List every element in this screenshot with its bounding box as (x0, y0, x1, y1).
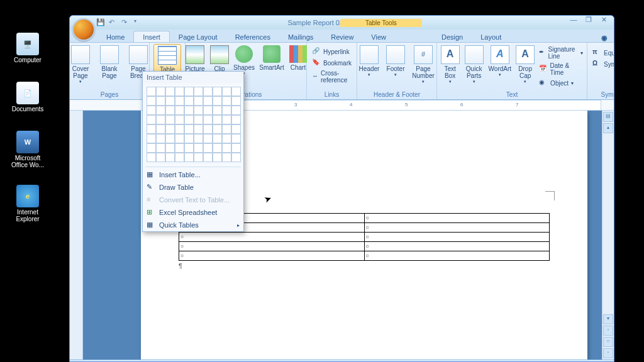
table-grid-cell[interactable] (175, 153, 184, 162)
date-time-button[interactable]: 📅Date & Time (538, 62, 584, 77)
table-grid-cell[interactable] (184, 106, 194, 115)
table-grid-cell[interactable] (222, 96, 231, 106)
table-grid-cell[interactable] (156, 87, 165, 96)
tab-layout[interactable]: Layout (472, 31, 510, 42)
tab-review[interactable]: Review (322, 31, 362, 42)
vertical-ruler[interactable] (70, 111, 83, 359)
tab-references[interactable]: References (226, 31, 279, 42)
table-size-grid[interactable] (143, 83, 243, 165)
table-grid-cell[interactable] (194, 153, 203, 162)
object-button[interactable]: ◉Object▾ (538, 78, 584, 88)
table-grid-cell[interactable] (203, 143, 213, 153)
tab-insert[interactable]: Insert (133, 31, 170, 42)
close-button[interactable]: ✕ (596, 16, 611, 26)
undo-icon[interactable]: ↶ (109, 18, 118, 27)
table-grid-cell[interactable] (194, 143, 203, 153)
insert-table-menu-item[interactable]: ▦Insert Table... (143, 168, 243, 181)
smartart-button[interactable]: SmartArt (258, 44, 285, 72)
header-button[interactable]: Header▾ (357, 44, 381, 79)
chart-button[interactable]: Chart (287, 44, 309, 72)
table-grid-cell[interactable] (165, 124, 175, 134)
table-grid-cell[interactable] (184, 96, 194, 106)
table-grid-cell[interactable] (165, 143, 175, 153)
equation-button[interactable]: πEquation▾ (591, 48, 614, 58)
table-grid-cell[interactable] (194, 124, 203, 134)
page-number-button[interactable]: #Page Number▾ (410, 44, 436, 85)
table-grid-cell[interactable] (156, 134, 165, 143)
cross-reference-button[interactable]: ↔Cross-reference (311, 69, 353, 84)
table-grid-cell[interactable] (156, 115, 165, 124)
signature-line-button[interactable]: ✒Signature Line▾ (538, 45, 584, 60)
tab-page-layout[interactable]: Page Layout (170, 31, 226, 42)
table-grid-cell[interactable] (147, 115, 156, 124)
table-grid-cell[interactable] (147, 153, 156, 162)
cover-page-button[interactable]: Cover Page▾ (69, 44, 94, 85)
draw-table-menu-item[interactable]: ✎Draw Table (143, 181, 243, 194)
table-grid-cell[interactable] (156, 106, 165, 115)
table-grid-cell[interactable] (213, 124, 222, 134)
table-grid-cell[interactable] (231, 124, 241, 134)
table-grid-cell[interactable] (203, 153, 213, 162)
table-grid-cell[interactable] (213, 143, 222, 153)
table-grid-cell[interactable] (184, 124, 194, 134)
table-grid-cell[interactable] (213, 153, 222, 162)
table-grid-cell[interactable] (175, 96, 184, 106)
drop-cap-button[interactable]: ADrop Cap▾ (515, 44, 535, 85)
table-grid-cell[interactable] (165, 153, 175, 162)
table-grid-cell[interactable] (184, 134, 194, 143)
table-grid-cell[interactable] (175, 87, 184, 96)
text-box-button[interactable]: AText Box▾ (440, 44, 461, 85)
table-grid-cell[interactable] (194, 106, 203, 115)
save-icon[interactable]: 💾 (96, 18, 105, 27)
table-grid-cell[interactable] (184, 143, 194, 153)
table-grid-cell[interactable] (147, 134, 156, 143)
quick-tables-menu-item[interactable]: ▦Quick Tables▸ (143, 219, 243, 231)
desktop-icon-documents[interactable]: 📄 Documents (9, 82, 47, 112)
scroll-up-button[interactable]: ▴ (603, 123, 613, 133)
picture-button[interactable]: Picture (183, 44, 207, 74)
table-grid-cell[interactable] (156, 143, 165, 153)
table-grid-cell[interactable] (231, 96, 241, 106)
desktop-icon-ie[interactable]: e Internet Explorer (9, 185, 47, 222)
table-grid-cell[interactable] (231, 143, 241, 153)
table-grid-cell[interactable] (213, 87, 222, 96)
table-grid-cell[interactable] (203, 87, 213, 96)
table-grid-cell[interactable] (203, 115, 213, 124)
table-grid-cell[interactable] (231, 115, 241, 124)
table-grid-cell[interactable] (203, 106, 213, 115)
table-grid-cell[interactable] (222, 106, 231, 115)
table-grid-cell[interactable] (165, 106, 175, 115)
table-grid-cell[interactable] (203, 134, 213, 143)
qat-dropdown-icon[interactable]: ▾ (134, 18, 143, 27)
office-button[interactable] (72, 18, 95, 41)
table-grid-cell[interactable] (213, 106, 222, 115)
table-grid-cell[interactable] (175, 115, 184, 124)
table-grid-cell[interactable] (165, 134, 175, 143)
table-grid-cell[interactable] (222, 115, 231, 124)
minimize-button[interactable]: — (566, 16, 581, 26)
table-grid-cell[interactable] (147, 143, 156, 153)
ruler-toggle-button[interactable]: ▤ (603, 112, 613, 122)
table-grid-cell[interactable] (231, 106, 241, 115)
table-grid-cell[interactable] (222, 87, 231, 96)
table-grid-cell[interactable] (222, 134, 231, 143)
table-grid-cell[interactable] (184, 115, 194, 124)
scroll-down-button[interactable]: ▾ (603, 314, 613, 324)
next-page-button[interactable]: ◦ (603, 348, 613, 358)
table-grid-cell[interactable] (203, 96, 213, 106)
help-icon[interactable]: ◉ (601, 34, 608, 42)
vertical-scrollbar[interactable]: ▤ ▴ ▾ ◦ ○ ◦ (602, 111, 614, 359)
browse-object-button[interactable]: ○ (603, 337, 613, 347)
tab-view[interactable]: View (362, 31, 395, 42)
table-grid-cell[interactable] (222, 153, 231, 162)
symbol-button[interactable]: ΩSymbol▾ (591, 59, 614, 69)
table-grid-cell[interactable] (203, 124, 213, 134)
table-grid-cell[interactable] (147, 96, 156, 106)
table-grid-cell[interactable] (156, 96, 165, 106)
table-grid-cell[interactable] (175, 134, 184, 143)
table-grid-cell[interactable] (222, 124, 231, 134)
table-grid-cell[interactable] (194, 96, 203, 106)
table-grid-cell[interactable] (175, 143, 184, 153)
table-grid-cell[interactable] (213, 96, 222, 106)
table-grid-cell[interactable] (184, 153, 194, 162)
